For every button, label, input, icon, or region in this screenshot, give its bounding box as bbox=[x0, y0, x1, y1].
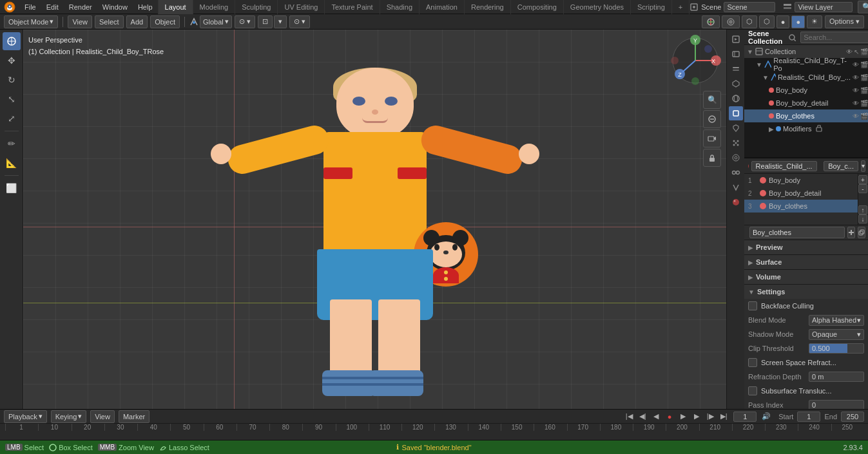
object-props-icon[interactable] bbox=[729, 106, 743, 120]
item-render-2[interactable]: 🎬 bbox=[860, 87, 868, 94]
solid-shading[interactable]: ● bbox=[776, 15, 790, 28]
rendered-shading[interactable]: ☀ bbox=[807, 15, 822, 28]
collection-render-icon[interactable]: 🎬 bbox=[860, 48, 868, 55]
wireframe-shading[interactable]: ⬡ bbox=[759, 15, 775, 28]
outliner-search-input[interactable] bbox=[800, 32, 868, 43]
show-xray[interactable]: ⬡ bbox=[742, 15, 757, 28]
refraction-depth-value[interactable]: 0 m bbox=[809, 372, 864, 382]
menu-edit[interactable]: Edit bbox=[41, 2, 64, 12]
tab-texture-paint[interactable]: Texture Paint bbox=[325, 0, 380, 14]
collection-select-icon[interactable]: ↖ bbox=[854, 48, 859, 55]
tab-scripting[interactable]: Scripting bbox=[631, 0, 672, 14]
sst-checkbox[interactable] bbox=[748, 386, 757, 395]
backface-culling-checkbox[interactable] bbox=[748, 301, 757, 310]
particles-props-icon[interactable] bbox=[729, 136, 743, 150]
ssr-checkbox[interactable] bbox=[748, 358, 757, 367]
audio-toggle[interactable]: 🔊 bbox=[760, 411, 772, 422]
marker-menu[interactable]: Marker bbox=[119, 410, 149, 423]
menu-help[interactable]: Help bbox=[133, 2, 158, 12]
tab-compositing[interactable]: Compositing bbox=[511, 0, 564, 14]
start-frame-input[interactable] bbox=[797, 411, 820, 422]
nav-camera[interactable] bbox=[703, 129, 721, 147]
preview-header[interactable]: ▶ Preview bbox=[744, 240, 868, 254]
menu-window[interactable]: Window bbox=[97, 2, 133, 12]
outliner-item-5[interactable]: ▶ Modifiers bbox=[744, 122, 868, 135]
annotate-tool[interactable]: ✏ bbox=[3, 135, 21, 153]
settings-header[interactable]: ▼ Settings bbox=[744, 285, 868, 299]
prev-frame-btn[interactable]: ◀ bbox=[650, 411, 662, 422]
mat-move-up-btn[interactable]: ↑ bbox=[858, 205, 867, 214]
scene-props-icon[interactable] bbox=[729, 77, 743, 91]
item-render-1[interactable]: 🎬 bbox=[860, 74, 868, 81]
material-chevron-btn[interactable]: ▾ bbox=[861, 160, 865, 172]
show-overlays[interactable] bbox=[722, 15, 740, 28]
scene-input[interactable]: Scene bbox=[724, 2, 775, 12]
viewport[interactable]: User Perspective (1) Collection | Realis… bbox=[23, 30, 726, 409]
jump-end-btn[interactable]: ▶| bbox=[718, 411, 729, 422]
tab-layout[interactable]: Layout bbox=[159, 0, 193, 14]
material-shading[interactable]: ● bbox=[791, 15, 805, 28]
constraint-props-icon[interactable] bbox=[729, 166, 743, 180]
add-menu[interactable]: Add bbox=[126, 15, 148, 28]
mat-item-0[interactable]: 1 Boy_body bbox=[744, 174, 858, 187]
outliner-item-2[interactable]: Boy_body 👁 🎬 bbox=[744, 84, 868, 97]
render-props-icon[interactable] bbox=[729, 32, 743, 46]
tab-uv-editing[interactable]: UV Editing bbox=[278, 0, 325, 14]
tab-rendering[interactable]: Rendering bbox=[465, 0, 511, 14]
nav-lock[interactable] bbox=[703, 149, 721, 167]
data-props-icon[interactable] bbox=[729, 180, 743, 194]
menu-render[interactable]: Render bbox=[64, 2, 97, 12]
blend-mode-value[interactable]: Alpha Hashed ▾ bbox=[809, 315, 864, 326]
pass-index-value[interactable]: 0 bbox=[809, 400, 864, 409]
item-vis-0[interactable]: 👁 bbox=[853, 61, 859, 68]
mat-move-down-btn[interactable]: ↓ bbox=[858, 214, 867, 223]
output-props-icon[interactable] bbox=[729, 47, 743, 61]
current-frame-input[interactable] bbox=[733, 411, 757, 422]
tab-shading[interactable]: Shading bbox=[380, 0, 420, 14]
mat-new-btn[interactable] bbox=[847, 227, 855, 238]
tab-sculpting[interactable]: Sculpting bbox=[235, 0, 278, 14]
tab-modeling[interactable]: Modeling bbox=[193, 0, 236, 14]
tab-add[interactable]: + bbox=[672, 0, 690, 14]
outliner-item-4[interactable]: Boy_clothes 👁 🎬 bbox=[744, 109, 868, 122]
playback-menu[interactable]: Playback ▾ bbox=[4, 410, 47, 423]
material-slot-btn[interactable]: Boy_c... bbox=[824, 161, 858, 171]
item-vis-2[interactable]: 👁 bbox=[853, 87, 859, 94]
next-keyframe-btn[interactable]: |▶ bbox=[704, 411, 716, 422]
outliner-filter-icon[interactable] bbox=[785, 30, 799, 44]
orientation-selector[interactable]: Global ▾ bbox=[200, 15, 232, 28]
mat-item-1[interactable]: 2 Boy_body_detail bbox=[744, 187, 858, 200]
tab-animation[interactable]: Animation bbox=[420, 0, 465, 14]
rotate-tool[interactable]: ↻ bbox=[3, 71, 21, 89]
object-menu[interactable]: Object bbox=[150, 15, 180, 28]
item-vis-4[interactable]: 👁 bbox=[853, 113, 859, 120]
clip-threshold-value[interactable]: 0.500 bbox=[809, 343, 864, 354]
outliner-item-1[interactable]: ▼ Realistic_Child_Boy_... 👁 🎬 bbox=[744, 71, 868, 84]
physics-props-icon[interactable] bbox=[729, 151, 743, 165]
record-btn[interactable]: ● bbox=[664, 411, 675, 422]
timeline-view-menu[interactable]: View bbox=[90, 410, 115, 423]
options-button[interactable]: Options ▾ bbox=[825, 15, 864, 28]
nav-zoom-out[interactable] bbox=[703, 110, 721, 128]
shadow-mode-value[interactable]: Opaque ▾ bbox=[809, 329, 864, 340]
mat-item-2[interactable]: 3 Boy_clothes bbox=[744, 200, 858, 213]
material-props-icon[interactable] bbox=[729, 195, 743, 209]
transform-tool[interactable]: ⤢ bbox=[3, 109, 21, 128]
add-cube-tool[interactable]: ⬜ bbox=[3, 179, 21, 197]
view-layer-input[interactable]: View Layer bbox=[795, 2, 853, 12]
blender-logo[interactable] bbox=[3, 0, 17, 14]
move-tool[interactable]: ✥ bbox=[3, 52, 21, 70]
item-vis-1[interactable]: 👁 bbox=[853, 74, 859, 81]
world-props-icon[interactable] bbox=[729, 91, 743, 106]
tab-geometry-nodes[interactable]: Geometry Nodes bbox=[564, 0, 631, 14]
snap-toggle[interactable]: ⊡ bbox=[258, 15, 273, 28]
item-render-4[interactable]: 🎬 bbox=[860, 113, 868, 120]
outliner-item-0[interactable]: ▼ Realistic_Child_Boy_T-Po 👁 🎬 bbox=[744, 58, 868, 71]
jump-start-btn[interactable]: |◀ bbox=[623, 411, 635, 422]
view-menu[interactable]: View bbox=[68, 15, 92, 28]
mode-selector[interactable]: Object Mode ▾ bbox=[4, 15, 58, 28]
collection-row[interactable]: ▼ Collection 👁 ↖ 🎬 bbox=[744, 45, 868, 58]
item-vis-3[interactable]: 👁 bbox=[853, 100, 859, 107]
select-menu[interactable]: Select bbox=[95, 15, 124, 28]
view-layer-props-icon[interactable] bbox=[729, 62, 743, 76]
